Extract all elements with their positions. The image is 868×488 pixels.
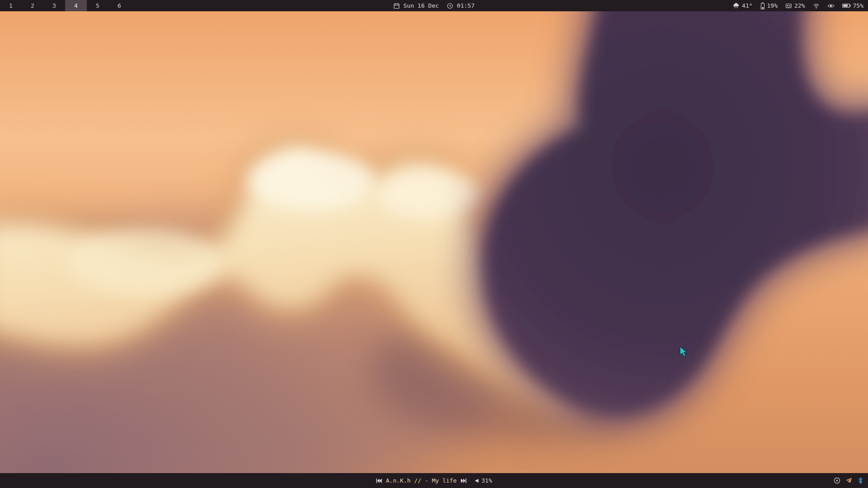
workspace-4-active[interactable]: 4 (65, 0, 87, 11)
previous-track-icon[interactable] (376, 478, 382, 483)
weather-module: 41° (733, 2, 752, 9)
workspace-6[interactable]: 6 (108, 0, 130, 11)
workspace-3[interactable]: 3 (43, 0, 65, 11)
workspace-1[interactable]: 1 (0, 0, 22, 11)
memory-module: 22% (785, 2, 805, 9)
date-text: Sun 16 Dec (403, 2, 439, 9)
media-player-module: A.n.K.h // - My life 31% (376, 477, 492, 484)
top-status-bar: 1 2 3 4 5 6 Sun 16 Dec 01:57 (0, 0, 868, 11)
calendar-icon (393, 3, 400, 9)
backlight-battery-module: 75% (842, 2, 863, 9)
datetime-module: Sun 16 Dec 01:57 (393, 2, 474, 9)
workspace-2[interactable]: 2 (22, 0, 43, 11)
redshift-module (827, 3, 835, 9)
volume-icon[interactable] (475, 479, 479, 483)
workspace-5[interactable]: 5 (87, 0, 108, 11)
bottom-status-bar: A.n.K.h // - My life 31% (0, 473, 868, 488)
track-title-text: A.n.K.h // - My life (386, 477, 457, 484)
time-text: 01:57 (457, 2, 475, 9)
abstract-fluid-art (0, 0, 868, 488)
desktop-wallpaper (0, 0, 868, 488)
battery-vertical-icon (760, 2, 765, 9)
system-tray (833, 473, 868, 488)
battery-module: 19% (760, 2, 778, 9)
clock-icon (447, 3, 453, 9)
battery-horizontal-icon (842, 3, 851, 8)
next-track-icon[interactable] (460, 478, 467, 483)
telegram-icon[interactable] (845, 477, 852, 484)
wifi-icon (813, 3, 820, 9)
battery2-percent-text: 75% (853, 2, 863, 9)
battery-percent-text: 19% (767, 2, 778, 9)
status-modules: 41° 19% 22% (733, 0, 868, 11)
volume-module: 31% (475, 477, 492, 484)
volume-percent-text: 31% (481, 477, 492, 484)
weather-rain-icon (733, 2, 740, 9)
weather-temp-text: 41° (742, 2, 752, 9)
eye-icon (827, 3, 835, 9)
memory-percent-text: 22% (794, 2, 805, 9)
wifi-module (813, 3, 820, 9)
bluetooth-icon[interactable] (857, 477, 864, 484)
disc-icon[interactable] (833, 477, 840, 484)
workspace-switcher: 1 2 3 4 5 6 (0, 0, 130, 11)
memory-icon (785, 2, 792, 9)
